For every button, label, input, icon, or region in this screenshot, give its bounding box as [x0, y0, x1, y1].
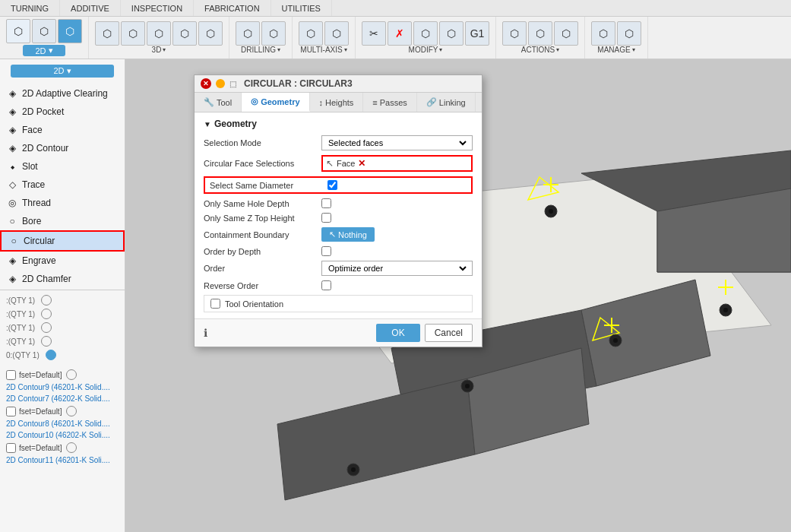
manage-icons: ⬡ ⬡: [591, 21, 641, 46]
sidebar-item-2d-contour[interactable]: ◈ 2D Contour: [0, 139, 125, 157]
3d-icon-5[interactable]: ⬡: [198, 21, 223, 46]
bottom-item-5[interactable]: 2D Contour8 (46201-K Solid....: [0, 418, 125, 429]
sidebar-item-circular[interactable]: ○ Circular: [0, 230, 125, 252]
3d-icon-2[interactable]: ⬡: [121, 21, 145, 46]
tab-inspection[interactable]: INSPECTION: [121, 0, 194, 16]
bottom-checkbox-3[interactable]: [6, 443, 16, 453]
drilling-dropdown[interactable]: DRILLING ▾: [241, 46, 280, 54]
modify-dropdown[interactable]: MODIFY ▾: [409, 46, 443, 54]
list-item-5[interactable]: 0:(QTY 1): [0, 348, 125, 362]
order-select[interactable]: Optimize order By selection: [321, 261, 473, 276]
nothing-button[interactable]: ↖ Nothing: [321, 227, 375, 242]
bottom-checkbox-1[interactable]: [6, 370, 16, 380]
2d-icon-2[interactable]: ⬡: [32, 19, 56, 43]
2d-dropdown-btn[interactable]: 2D ▾: [23, 45, 65, 56]
3d-icon-1[interactable]: ⬡: [95, 21, 119, 46]
bottom-item-3[interactable]: 2D Contour7 (46202-K Solid....: [0, 393, 125, 404]
collapse-arrow-icon[interactable]: ▼: [204, 120, 211, 128]
info-icon[interactable]: ℹ: [204, 327, 207, 339]
modify-icon-5[interactable]: G1: [465, 21, 489, 46]
bottom-checkbox-2[interactable]: [6, 407, 16, 416]
select-same-diameter-checkbox[interactable]: [327, 180, 337, 190]
radio-bottom-2: [66, 406, 77, 416]
only-same-hole-depth-checkbox[interactable]: [321, 198, 331, 208]
bottom-item-2[interactable]: 2D Contour9 (46201-K Solid....: [0, 382, 125, 393]
2d-icon-1[interactable]: ⬡: [6, 19, 30, 43]
multiaxis-icon-2[interactable]: ⬡: [324, 21, 349, 46]
ok-button[interactable]: OK: [376, 324, 419, 342]
list-item-4[interactable]: :(QTY 1): [0, 334, 125, 348]
dialog-tab-linking[interactable]: 🔗 Linking: [417, 93, 476, 112]
tab-utilities[interactable]: UTILITIES: [271, 0, 332, 16]
manage-dropdown[interactable]: MANAGE ▾: [597, 46, 634, 54]
svg-point-24: [613, 338, 618, 343]
bottom-item-1[interactable]: fset=Default]: [0, 368, 125, 382]
dialog-close-button[interactable]: ✕: [201, 78, 211, 89]
bottom-item-7[interactable]: fset=Default]: [0, 441, 125, 454]
list-item-2[interactable]: :(QTY 1): [0, 307, 125, 321]
sidebar-item-slot[interactable]: ⬥ Slot: [0, 157, 125, 176]
order-by-depth-checkbox[interactable]: [321, 246, 331, 256]
drilling-icon-1[interactable]: ⬡: [236, 21, 260, 46]
actions-icon-3[interactable]: ⬡: [554, 21, 578, 46]
manage-icon-2[interactable]: ⬡: [617, 21, 641, 46]
tab-fabrication[interactable]: FABRICATION: [194, 0, 271, 16]
geometry-section-header: ▼ Geometry: [204, 119, 473, 129]
dialog-tab-tool[interactable]: 🔧 Tool: [195, 93, 242, 112]
actions-dropdown[interactable]: ACTIONS ▾: [521, 46, 559, 54]
cancel-button[interactable]: Cancel: [425, 324, 473, 342]
dialog-tab-heights[interactable]: ↕ Heights: [310, 93, 364, 112]
selection-mode-select[interactable]: Selected faces All holes: [321, 135, 473, 150]
3d-icon-4[interactable]: ⬡: [172, 21, 197, 46]
tool-orientation-checkbox[interactable]: [210, 299, 220, 309]
selection-mode-dropdown[interactable]: Selected faces All holes: [325, 138, 469, 148]
only-same-z-label: Only Same Z Top Height: [204, 214, 321, 223]
actions-icons: ⬡ ⬡ ⬡: [502, 21, 578, 46]
sidebar-item-thread[interactable]: ◎ Thread: [0, 194, 125, 212]
main-toolbar: ⬡ ⬡ ⬡ 2D ▾ ⬡ ⬡ ⬡ ⬡ ⬡ 3D ▾ ⬡ ⬡ DRILLING ▾: [0, 17, 791, 59]
dialog-tab-geometry[interactable]: ◎ Geometry: [242, 93, 309, 112]
reverse-order-checkbox[interactable]: [321, 280, 331, 290]
sidebar-item-2d-chamfer[interactable]: ◈ 2D Chamfer: [0, 270, 125, 288]
actions-icon-2[interactable]: ⬡: [528, 21, 552, 46]
circular-icon: ○: [8, 235, 20, 247]
sidebar-item-2d-adaptive[interactable]: ◈ 2D Adaptive Clearing: [0, 84, 125, 103]
circular-face-label: Circular Face Selections: [204, 159, 321, 168]
bottom-item-6[interactable]: 2D Contour10 (46202-K Soli....: [0, 429, 125, 441]
actions-icon-1[interactable]: ⬡: [502, 21, 527, 46]
sidebar-item-face[interactable]: ◈ Face: [0, 121, 125, 139]
sidebar-item-bore[interactable]: ○ Bore: [0, 212, 125, 230]
dialog-minimize-btn[interactable]: [216, 79, 225, 88]
modify-icon-4[interactable]: ⬡: [439, 21, 464, 46]
modify-icon-2[interactable]: ✗: [388, 21, 412, 46]
order-by-depth-label: Order by Depth: [204, 247, 321, 256]
sidebar-item-engrave[interactable]: ◈ Engrave: [0, 252, 125, 270]
drilling-icon-2[interactable]: ⬡: [261, 21, 286, 46]
multiaxis-dropdown[interactable]: MULTI-AXIS ▾: [300, 46, 346, 54]
bottom-item-4[interactable]: fset=Default]: [0, 404, 125, 418]
tab-turning[interactable]: TURNING: [0, 0, 60, 16]
list-item-1[interactable]: :(QTY 1): [0, 293, 125, 307]
sidebar: 2D ▾ ◈ 2D Adaptive Clearing ◈ 2D Pocket …: [0, 59, 125, 532]
toolbar-group-modify: ✂ ✗ ⬡ ⬡ G1 MODIFY ▾: [356, 17, 496, 59]
order-by-depth-row: Order by Depth: [204, 246, 473, 256]
sidebar-2d-dropdown[interactable]: 2D ▾: [11, 65, 114, 78]
dialog-tab-passes[interactable]: ≡ Passes: [363, 93, 417, 112]
slot-icon: ⬥: [6, 160, 18, 173]
bottom-item-8[interactable]: 2D Contour11 (46201-K Soli....: [0, 454, 125, 466]
2d-icon-3[interactable]: ⬡: [58, 19, 82, 43]
order-dropdown[interactable]: Optimize order By selection: [325, 263, 469, 274]
3d-icon-3[interactable]: ⬡: [147, 21, 171, 46]
tab-additive[interactable]: ADDITIVE: [60, 0, 121, 16]
face-selector[interactable]: ↖ Face ✕: [321, 155, 473, 172]
3d-dropdown[interactable]: 3D ▾: [152, 46, 166, 54]
multiaxis-icon-1[interactable]: ⬡: [299, 21, 323, 46]
modify-icon-3[interactable]: ⬡: [413, 21, 438, 46]
modify-icon-1[interactable]: ✂: [362, 21, 386, 46]
face-selector-clear-btn[interactable]: ✕: [358, 158, 365, 169]
list-item-3[interactable]: :(QTY 1): [0, 321, 125, 334]
sidebar-item-2d-pocket[interactable]: ◈ 2D Pocket: [0, 103, 125, 121]
only-same-z-checkbox[interactable]: [321, 213, 331, 223]
sidebar-item-trace[interactable]: ◇ Trace: [0, 176, 125, 194]
manage-icon-1[interactable]: ⬡: [591, 21, 615, 46]
